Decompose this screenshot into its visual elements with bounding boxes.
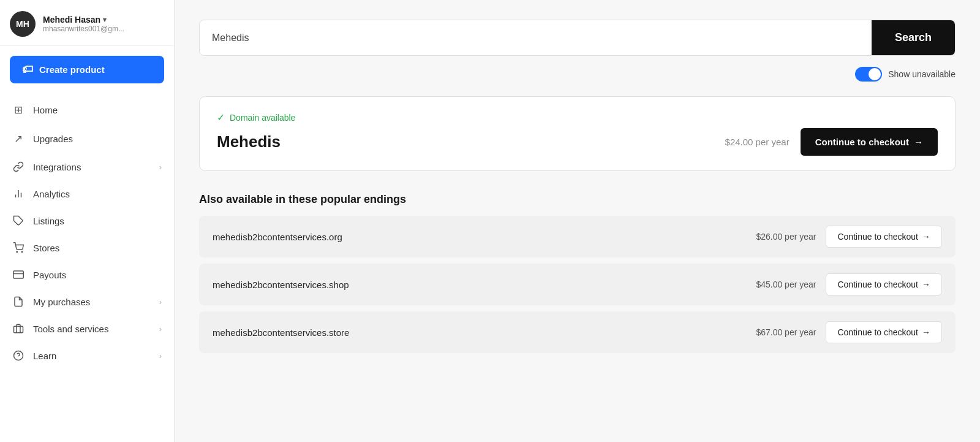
sidebar-item-my-purchases[interactable]: My purchases › bbox=[0, 288, 174, 315]
domain-available-badge: ✓ Domain available bbox=[217, 112, 938, 123]
main-content: Search Show unavailable ✓ Domain availab… bbox=[175, 0, 980, 442]
user-name[interactable]: Mehedi Hasan ▾ bbox=[43, 15, 124, 25]
sidebar-item-label: Upgrades bbox=[33, 134, 73, 144]
chevron-down-icon: ▾ bbox=[103, 16, 107, 24]
payouts-icon bbox=[12, 269, 24, 280]
sidebar-item-payouts[interactable]: Payouts bbox=[0, 261, 174, 288]
sidebar-item-upgrades[interactable]: ↗ Upgrades bbox=[0, 124, 174, 153]
domain-available-label: Domain available bbox=[230, 113, 295, 123]
domain-list: mehedisb2bcontentservices.org $26.00 per… bbox=[199, 216, 956, 353]
upgrades-icon: ↗ bbox=[12, 132, 24, 145]
sidebar-item-label: My purchases bbox=[33, 297, 90, 307]
domain-row-right: $67.00 per year Continue to checkout → bbox=[756, 321, 942, 343]
domain-row-right: $45.00 per year Continue to checkout → bbox=[756, 273, 942, 295]
analytics-icon bbox=[12, 188, 24, 199]
sidebar-item-label: Learn bbox=[33, 351, 56, 361]
arrow-icon: → bbox=[922, 327, 930, 337]
sidebar-nav: ⊞ Home ↗ Upgrades Integrations › bbox=[0, 93, 174, 372]
sidebar-header: MH Mehedi Hasan ▾ mhasanwrites001@gm... bbox=[0, 0, 174, 46]
table-row: mehedisb2bcontentservices.org $26.00 per… bbox=[199, 216, 956, 257]
domain-right: $24.00 per year Continue to checkout → bbox=[725, 128, 938, 156]
user-info: Mehedi Hasan ▾ mhasanwrites001@gm... bbox=[43, 15, 124, 33]
domain-card-row: Mehedis $24.00 per year Continue to chec… bbox=[217, 128, 938, 156]
stores-icon bbox=[12, 242, 24, 253]
sidebar-item-label: Analytics bbox=[33, 189, 70, 199]
domain-row-price: $67.00 per year bbox=[756, 327, 816, 337]
toggle-label: Show unavailable bbox=[888, 69, 956, 79]
sidebar-item-label: Payouts bbox=[33, 270, 66, 280]
tools-icon bbox=[12, 323, 24, 334]
also-available-title: Also available in these popular endings bbox=[199, 193, 956, 206]
toggle-row: Show unavailable bbox=[199, 67, 956, 82]
search-input[interactable] bbox=[200, 20, 872, 55]
svg-rect-6 bbox=[13, 271, 24, 278]
arrow-icon: → bbox=[914, 137, 923, 147]
learn-icon bbox=[12, 350, 24, 361]
avatar: MH bbox=[10, 11, 36, 37]
arrow-icon: → bbox=[922, 232, 930, 242]
sidebar-item-tools-and-services[interactable]: Tools and services › bbox=[0, 315, 174, 342]
sidebar-item-integrations[interactable]: Integrations › bbox=[0, 153, 174, 180]
sidebar-item-label: Integrations bbox=[33, 162, 81, 172]
user-email: mhasanwrites001@gm... bbox=[43, 25, 124, 33]
checkout-button-org[interactable]: Continue to checkout → bbox=[826, 226, 942, 248]
table-row: mehedisb2bcontentservices.store $67.00 p… bbox=[199, 311, 956, 353]
checkout-button-store[interactable]: Continue to checkout → bbox=[826, 321, 942, 343]
integrations-icon bbox=[12, 161, 24, 172]
chevron-right-icon: › bbox=[159, 162, 162, 172]
sidebar-item-home[interactable]: ⊞ Home bbox=[0, 96, 174, 124]
domain-row-right: $26.00 per year Continue to checkout → bbox=[756, 226, 942, 248]
continue-to-checkout-button[interactable]: Continue to checkout → bbox=[801, 128, 938, 156]
home-icon: ⊞ bbox=[12, 104, 24, 116]
listings-icon bbox=[12, 215, 24, 226]
search-bar: Search bbox=[199, 20, 956, 56]
domain-available-card: ✓ Domain available Mehedis $24.00 per ye… bbox=[199, 96, 956, 171]
checkmark-icon: ✓ bbox=[217, 112, 225, 123]
domain-row-name: mehedisb2bcontentservices.org bbox=[213, 232, 342, 242]
also-available-section: Also available in these popular endings … bbox=[199, 193, 956, 353]
chevron-right-icon: › bbox=[159, 324, 162, 333]
svg-point-4 bbox=[17, 251, 18, 253]
chevron-right-icon: › bbox=[159, 351, 162, 360]
domain-name: Mehedis bbox=[217, 132, 281, 151]
sidebar-item-analytics[interactable]: Analytics bbox=[0, 180, 174, 207]
sidebar-item-label: Stores bbox=[33, 243, 59, 253]
sidebar-item-learn[interactable]: Learn › bbox=[0, 342, 174, 369]
sidebar-item-label: Listings bbox=[33, 216, 64, 226]
sidebar-item-stores[interactable]: Stores bbox=[0, 234, 174, 261]
create-product-button[interactable]: 🏷 Create product bbox=[10, 56, 164, 83]
sidebar-item-label: Tools and services bbox=[33, 324, 108, 334]
svg-point-5 bbox=[21, 251, 23, 253]
sidebar: MH Mehedi Hasan ▾ mhasanwrites001@gm... … bbox=[0, 0, 175, 442]
sidebar-item-label: Home bbox=[33, 105, 58, 115]
show-unavailable-toggle[interactable] bbox=[855, 67, 882, 82]
domain-row-name: mehedisb2bcontentservices.shop bbox=[213, 280, 349, 290]
domain-row-name: mehedisb2bcontentservices.store bbox=[213, 327, 349, 338]
chevron-right-icon: › bbox=[159, 297, 162, 307]
domain-row-price: $26.00 per year bbox=[756, 232, 816, 242]
checkout-button-shop[interactable]: Continue to checkout → bbox=[826, 273, 942, 295]
arrow-icon: → bbox=[922, 280, 930, 289]
search-button[interactable]: Search bbox=[872, 20, 955, 55]
table-row: mehedisb2bcontentservices.shop $45.00 pe… bbox=[199, 264, 956, 305]
sidebar-item-listings[interactable]: Listings bbox=[0, 207, 174, 234]
domain-price: $24.00 per year bbox=[725, 137, 790, 147]
create-product-icon: 🏷 bbox=[22, 63, 33, 76]
my-purchases-icon bbox=[12, 296, 24, 307]
domain-row-price: $45.00 per year bbox=[756, 280, 816, 289]
svg-rect-8 bbox=[14, 326, 23, 333]
